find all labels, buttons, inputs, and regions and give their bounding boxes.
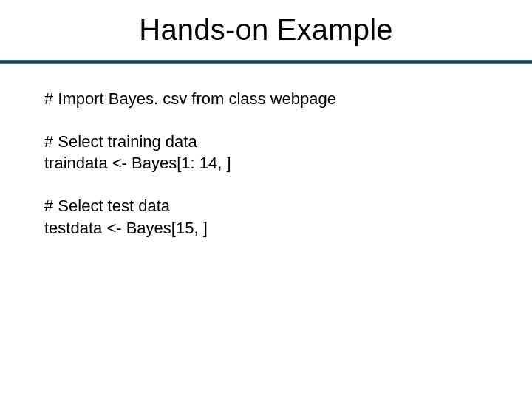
code-line: # Import Bayes. csv from class webpage [44, 88, 488, 110]
title-wrap: Hands-on Example [0, 0, 532, 57]
slide-body: # Import Bayes. csv from class webpage #… [0, 64, 532, 239]
code-line: testdata <- Bayes[15, ] [44, 217, 488, 239]
code-line: traindata <- Bayes[1: 14, ] [44, 152, 488, 174]
code-block-import: # Import Bayes. csv from class webpage [44, 88, 488, 110]
slide: Hands-on Example # Import Bayes. csv fro… [0, 0, 532, 399]
code-line: # Select test data [44, 195, 488, 217]
code-block-test: # Select test data testdata <- Bayes[15,… [44, 195, 488, 239]
slide-title: Hands-on Example [0, 13, 532, 47]
code-line: # Select training data [44, 131, 488, 153]
code-block-train: # Select training data traindata <- Baye… [44, 131, 488, 174]
